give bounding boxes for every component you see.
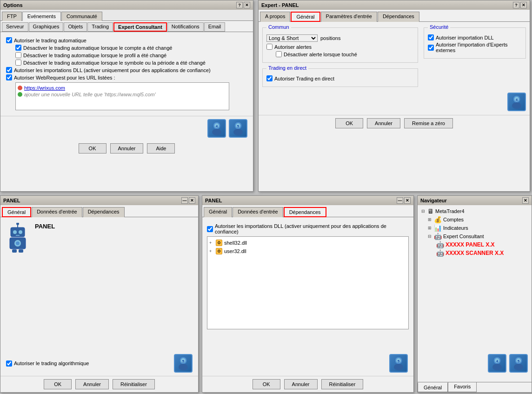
- cb-deact-symbol-input[interactable]: [15, 60, 21, 66]
- tree-item-panel[interactable]: 🤖 XXXXX PANEL X.X: [419, 240, 530, 249]
- cb-allow-dll-input[interactable]: [6, 67, 12, 73]
- panel-name-label: PANEL: [35, 223, 55, 230]
- svg-point-16: [19, 230, 22, 234]
- cb-allow-web-input[interactable]: [6, 74, 12, 80]
- panel-gen-min-btn[interactable]: —: [181, 197, 188, 204]
- tab-deps-general[interactable]: Général: [204, 207, 232, 217]
- tab-general[interactable]: Général: [291, 12, 320, 22]
- panel-deps-icon-area: 5: [389, 354, 408, 373]
- tree-item-comptes[interactable]: ⊞ 💰 Comptes: [419, 215, 530, 224]
- expert-reset-btn[interactable]: Remise a zéro: [404, 118, 453, 128]
- cb-import-dll-input[interactable]: [428, 34, 434, 40]
- expert-icon-btn[interactable]: 4: [507, 93, 526, 111]
- options-help-action-btn[interactable]: Aide: [147, 143, 175, 154]
- expert-right-col: Sécurité Autoriser importation DLL Autor…: [424, 26, 526, 89]
- options-title: Options: [3, 2, 23, 8]
- nav-icon-btn-5[interactable]: 5: [509, 354, 528, 373]
- positions-select[interactable]: Long & Short Long seulement Short seulem…: [266, 34, 318, 42]
- cb-import-dll: Autoriser importation DLL: [428, 34, 522, 40]
- btn-serveur[interactable]: Serveur: [2, 22, 28, 32]
- btn-objets[interactable]: Objets: [64, 22, 87, 32]
- expert-cancel-btn[interactable]: Annuler: [367, 118, 400, 128]
- panel-gen-ok-btn[interactable]: OK: [44, 379, 72, 389]
- btn-notifications[interactable]: Notifications: [167, 22, 204, 32]
- tab-deps-data[interactable]: Données d'entrée: [233, 207, 283, 217]
- tree-item-expert[interactable]: ⊟ 🤖 Expert Consultant: [419, 232, 530, 240]
- tab-communaute[interactable]: Communauté: [61, 12, 102, 21]
- options-help-btn[interactable]: ?: [236, 2, 243, 8]
- btn-email[interactable]: Email: [204, 22, 226, 32]
- cb-allow-alerts-label: Autoriser alertes: [274, 44, 312, 50]
- panel-deps-ok-btn[interactable]: OK: [253, 379, 280, 389]
- cb-deact-alert-label: Désactiver alerte lorsque touché: [284, 52, 357, 57]
- panel-deps-close-btn[interactable]: ✕: [404, 197, 411, 204]
- dll-item-shell32: + ⚙ shell32.dll: [209, 239, 406, 247]
- expert-left-col: Commun Long & Short Long seulement Short…: [262, 26, 418, 89]
- tab-deps-deps[interactable]: Dépendances: [284, 207, 326, 217]
- tab-apropos[interactable]: A propos: [260, 12, 290, 22]
- btn-graphiques[interactable]: Graphiques: [29, 22, 64, 32]
- cb-deact-account-input[interactable]: [15, 45, 21, 51]
- panel-info: PANEL: [35, 223, 55, 230]
- options-cancel-btn[interactable]: Annuler: [110, 143, 144, 154]
- svg-point-30: [394, 364, 403, 370]
- nav-tab-favoris[interactable]: Favoris: [448, 382, 477, 392]
- tab-dependances[interactable]: Dépendances: [378, 12, 419, 22]
- expand-indicateurs: ⊞: [428, 226, 432, 230]
- cb-deact-profile-label: Désactiver le trading automatique lorsqu…: [23, 53, 166, 58]
- panel-gen-close-btn[interactable]: ✕: [189, 197, 195, 204]
- icon-btn-4[interactable]: 4: [207, 119, 226, 138]
- nav-close-btn[interactable]: ✕: [522, 197, 529, 204]
- btn-expert-consultant[interactable]: Expert Consultant: [113, 22, 167, 32]
- options-ok-btn[interactable]: OK: [79, 143, 106, 154]
- expert-help-btn[interactable]: ?: [513, 2, 519, 8]
- panel-deps-min-btn[interactable]: —: [397, 197, 403, 204]
- btn-trading[interactable]: Trading: [87, 22, 113, 32]
- cb-deact-account-label: Désactiver le trading automatique lorsqu…: [23, 45, 172, 51]
- cb-auto-trading-input[interactable]: [6, 37, 12, 43]
- cb-import-dll-label: Autoriser importation DLL: [436, 35, 494, 40]
- tree-item-indicateurs[interactable]: ⊞ 📊 Indicateurs: [419, 224, 530, 232]
- expand-icon-1: +: [209, 240, 214, 245]
- navigator-titlebar: Navigateur ✕: [418, 196, 532, 205]
- tab-evenements[interactable]: Evénements: [22, 12, 61, 21]
- tree-item-mt4[interactable]: ⊟ 🖥 MetaTrader4: [419, 207, 530, 215]
- panel-gen-reset-btn[interactable]: Réinitialiser: [113, 379, 155, 389]
- expert-close-btn[interactable]: ✕: [520, 2, 527, 8]
- cb-deps-dll-input[interactable]: [207, 226, 213, 232]
- expert-footer-right: 4: [507, 93, 526, 111]
- cb-allow-algo-input[interactable]: [6, 361, 12, 367]
- nav-tab-general[interactable]: Général: [418, 382, 448, 392]
- tab-panel-general[interactable]: Général: [2, 207, 31, 217]
- svg-point-13: [16, 223, 19, 225]
- cb-deact-alert-input[interactable]: [276, 51, 282, 57]
- tab-panel-deps[interactable]: Dépendances: [83, 207, 125, 217]
- expert-ok-btn[interactable]: OK: [335, 118, 363, 128]
- tab-ftp[interactable]: FTP: [2, 12, 22, 21]
- svg-rect-22: [19, 249, 23, 253]
- icon-btn-5[interactable]: 5: [229, 119, 247, 138]
- tab-panel-data[interactable]: Données d'entrée: [32, 207, 82, 217]
- options-icon-btns: 4 5: [207, 119, 247, 138]
- url-text-1[interactable]: https://wrixus.com: [24, 85, 65, 91]
- dll-item-user32: + ⚙ user32.dll: [209, 247, 406, 255]
- expert-footer: 4: [259, 93, 530, 115]
- cb-deps-dll: Autoriser les importations DLL (activer …: [207, 223, 409, 234]
- tree-item-scanner[interactable]: 🤖 XXXXX SCANNER X.X: [419, 249, 530, 257]
- panel-deps-reset-btn[interactable]: Réinitialiser: [321, 379, 364, 389]
- options-close-btn[interactable]: ✕: [244, 2, 250, 8]
- nav-icon-btn-4[interactable]: 4: [488, 354, 506, 373]
- cb-import-experts-input[interactable]: [428, 45, 434, 51]
- panel-gen-icon-btn[interactable]: 5: [174, 354, 193, 373]
- panel-gen-cancel-btn[interactable]: Annuler: [75, 379, 109, 389]
- url-listbox: https://wrixus.com ajouter une nouvelle …: [15, 82, 229, 110]
- svg-text:5: 5: [237, 124, 239, 128]
- cb-deact-profile-input[interactable]: [15, 52, 21, 58]
- panel-deps-cancel-btn[interactable]: Annuler: [284, 379, 318, 389]
- options-action-btns: OK Annuler Aide: [0, 140, 253, 156]
- panel-deps-icon-btn[interactable]: 5: [389, 354, 408, 373]
- options-tab-row2: Serveur Graphiques Objets Trading Expert…: [0, 21, 253, 32]
- cb-allow-direct-input[interactable]: [266, 75, 273, 81]
- tab-params-entree[interactable]: Paramètres d'entrée: [321, 12, 377, 22]
- cb-allow-alerts-input[interactable]: [266, 44, 273, 50]
